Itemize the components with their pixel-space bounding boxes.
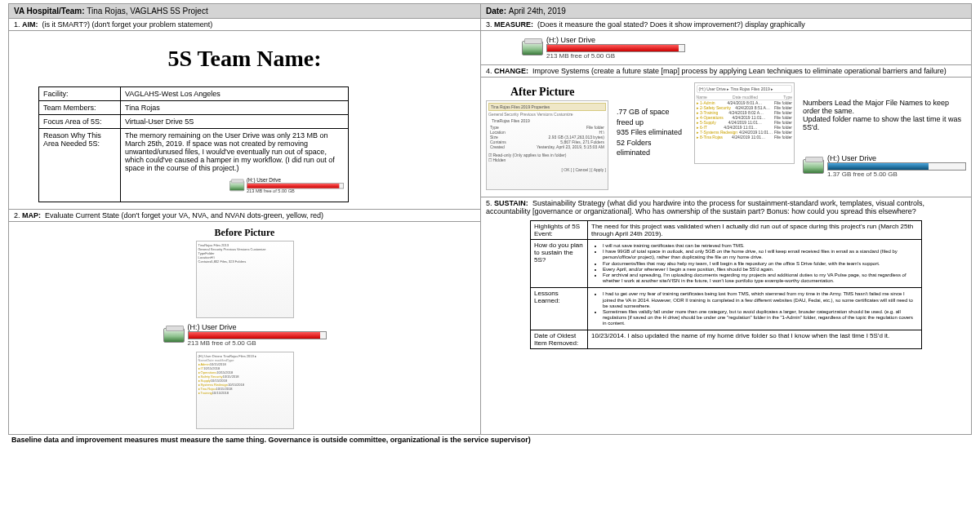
date-label: Date:: [486, 7, 506, 16]
map-body: Before Picture TinaRojas Files 2013 Gene…: [9, 222, 480, 434]
team-members-value: Tina Rojas: [121, 101, 349, 115]
reason-meter-caption: 213 MB free of 5.00 GB: [247, 188, 344, 193]
measure-title: 3. MEASURE: (Does it measure the goal st…: [481, 19, 971, 31]
header-bar: VA Hospital/Team: Tina Rojas, VAGLAHS 5S…: [9, 4, 971, 19]
storage-meter: [827, 162, 966, 171]
facility-value: VAGLAHS-West Los Angeles: [121, 87, 349, 101]
oldest-value: 10/23/2014. I also updated the name of m…: [588, 330, 922, 349]
storage-meter: [188, 331, 327, 339]
aim-title: 1. AIM: (is it SMART?) (don't forget you…: [9, 19, 480, 31]
highlights-label: Highlights of 5S Event:: [531, 221, 588, 240]
measure-meter-caption: 213 MB free of 5.00 GB: [546, 52, 685, 60]
team-members-label: Team Members:: [39, 101, 121, 115]
a3-worksheet: VA Hospital/Team: Tina Rojas, VAGLAHS 5S…: [8, 3, 972, 435]
drive-icon: [522, 41, 543, 55]
storage-meter: [247, 183, 344, 188]
change-stats: .77 GB of space freed up 935 Files elimi…: [617, 82, 686, 190]
drive-icon: [163, 328, 185, 343]
after-meter-caption: 1.37 GB free of 5.00 GB: [827, 171, 966, 178]
focus-value: Virtual-User Drive 5S: [121, 115, 349, 129]
measure-body: (H:) User Drive 213 MB free of 5.00 GB: [481, 31, 971, 65]
storage-meter: [546, 44, 685, 52]
properties-thumb: TinaRojas Files 2013 General Security Pr…: [196, 241, 294, 318]
footer-note: Baseline data and improvement measures m…: [8, 436, 972, 444]
sustain-table: Highlights of 5S Event: The need for thi…: [530, 220, 922, 349]
plan-value: I will not save training certificates th…: [588, 240, 922, 288]
lessons-label: Lessons Learned:: [531, 288, 588, 330]
highlights-value: The need for this project was validated …: [588, 221, 922, 240]
after-explorer-list: (H:) User Drive ▸ Tina Rojas Files 2019 …: [694, 82, 795, 164]
facility-label: Facility:: [39, 87, 121, 101]
sustain-title: 5. SUSTAIN: Sustainability Strategy (wha…: [481, 197, 971, 217]
drive-icon: [229, 180, 244, 191]
change-note: Numbers Lead the Major File Names to kee…: [803, 82, 966, 190]
reason-value: The memory remaining on the User Drive w…: [125, 131, 335, 172]
map-title: 2. MAP: Evaluate Current State (don't fo…: [9, 210, 480, 222]
date-value: April 24th, 2019: [509, 7, 566, 16]
aim-body: 5S Team Name: Facility: VAGLAHS-West Los…: [9, 31, 480, 210]
focus-label: Focus Area of 5S:: [39, 115, 121, 129]
plan-label: How do you plan to sustain the 5S?: [531, 240, 588, 288]
before-picture-label: Before Picture: [14, 227, 475, 239]
map-meter-caption: 213 MB free of 5.00 GB: [188, 339, 327, 347]
change-body: After Picture Tina Rojas Files 2019 Prop…: [481, 78, 971, 197]
after-picture-label: After Picture: [510, 86, 608, 99]
hospital-team-value: Tina Rojas, VAGLAHS 5S Project: [87, 7, 207, 16]
oldest-label: Date of Oldest Item Removed:: [531, 330, 588, 349]
explorer-thumb: (H:) User Drive ▸ TinaRojas Files 2013 ▸…: [196, 352, 294, 429]
reason-label: Reason Why This Area Needed 5S:: [39, 129, 121, 202]
after-meter-title: (H:) User Drive: [827, 154, 966, 162]
measure-meter-title: (H:) User Drive: [546, 36, 685, 44]
after-properties-thumb: Tina Rojas Files 2019 Properties General…: [486, 100, 608, 190]
hospital-team-label: VA Hospital/Team:: [14, 7, 85, 16]
lessons-value: I had to get over my fear of training ce…: [588, 288, 922, 330]
reason-meter-title: (H:) User Drive: [247, 177, 344, 183]
map-meter-title: (H:) User Drive: [188, 323, 327, 331]
drive-icon: [803, 159, 824, 174]
info-table: Facility: VAGLAHS-West Los Angeles Team …: [38, 86, 349, 202]
change-title: 4. CHANGE: Improve Systems (create a fut…: [481, 65, 971, 78]
team-name-heading: 5S Team Name:: [14, 34, 475, 83]
